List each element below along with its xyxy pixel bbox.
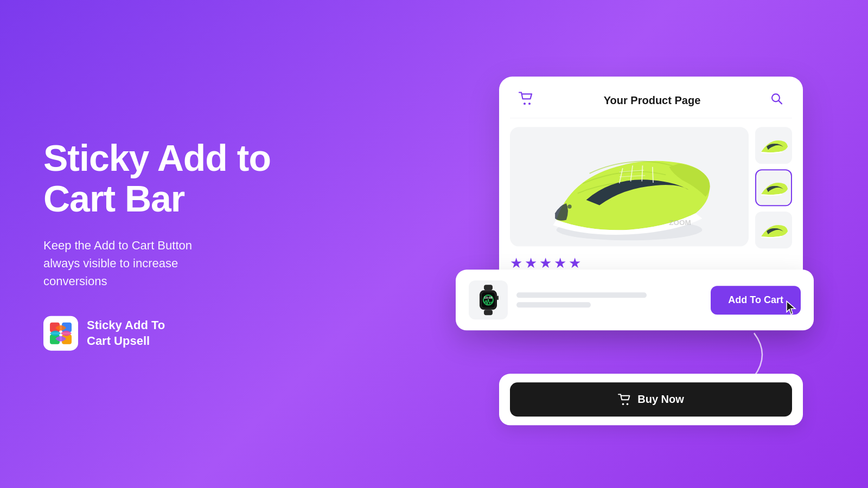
sticky-product-thumbnail: 10:08	[469, 280, 508, 319]
svg-point-4	[524, 102, 526, 105]
svg-point-5	[528, 102, 531, 105]
nav-search-icon	[770, 92, 783, 108]
svg-point-10	[567, 204, 571, 208]
nav-title: Your Product Page	[604, 94, 701, 107]
buy-now-label: Buy Now	[637, 393, 684, 406]
thumbnail-2[interactable]	[755, 169, 792, 206]
sticky-info-line-2	[516, 302, 591, 307]
sticky-add-to-cart-bar: 10:08 Add To Cart	[456, 269, 814, 330]
nav-cart-icon	[519, 92, 534, 109]
app-icon	[43, 316, 78, 350]
svg-rect-17	[484, 310, 493, 315]
thumbnail-1[interactable]	[755, 127, 792, 164]
sub-text: Keep the Add to Cart Button always visib…	[43, 236, 326, 290]
product-nav: Your Product Page	[510, 87, 792, 118]
sticky-product-info	[516, 292, 702, 307]
cursor-pointer	[786, 300, 799, 315]
right-panel: Your Product Page	[499, 76, 803, 425]
svg-rect-18	[497, 296, 499, 300]
left-panel: Sticky Add to Cart Bar Keep the Add to C…	[43, 138, 326, 351]
product-image-area: ZOOM	[510, 127, 749, 246]
app-name-label: Sticky Add To Cart Upsell	[87, 318, 165, 349]
main-headline: Sticky Add to Cart Bar	[43, 138, 326, 219]
svg-text:ZOOM: ZOOM	[669, 219, 691, 227]
svg-rect-11	[484, 285, 493, 290]
svg-line-7	[778, 101, 782, 104]
thumbnail-3[interactable]	[755, 211, 792, 248]
product-card: Your Product Page	[499, 76, 803, 319]
app-branding: Sticky Add To Cart Upsell	[43, 316, 326, 350]
sticky-info-line-1	[516, 292, 647, 298]
buy-now-button[interactable]: Buy Now	[510, 382, 792, 416]
svg-point-20	[627, 403, 629, 405]
svg-point-19	[622, 403, 624, 405]
